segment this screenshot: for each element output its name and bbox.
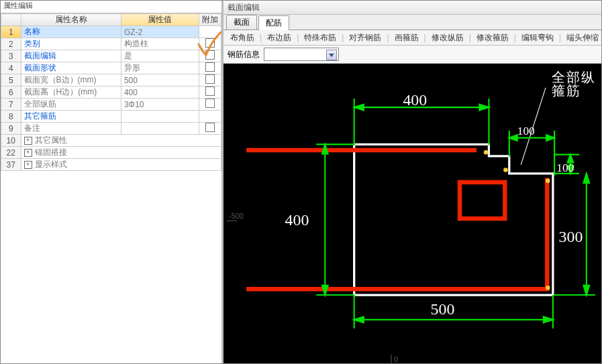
prop-name[interactable]: 名称	[21, 26, 121, 38]
rebar-toolbar: 布角筋| 布边筋| 特殊布筋| 对齐钢筋| 画箍筋| 修改纵筋| 修改箍筋| 编…	[223, 30, 601, 46]
table-group-row[interactable]: 22+锚固搭接	[1, 147, 221, 159]
prop-add[interactable]	[199, 62, 221, 74]
prop-value[interactable]	[121, 123, 199, 135]
prop-name[interactable]: 截面宽（B边）(mm)	[21, 74, 121, 86]
checkbox-icon[interactable]	[205, 86, 215, 96]
prop-value[interactable]: 500	[121, 74, 199, 86]
checkbox-icon[interactable]	[205, 99, 215, 108]
group-name[interactable]: +锚固搭接	[21, 147, 221, 159]
row-index: 1	[1, 26, 21, 38]
svg-rect-0	[227, 64, 598, 363]
prop-name[interactable]: 类别	[21, 38, 121, 50]
table-group-row[interactable]: 10+其它属性	[1, 135, 221, 147]
row-index: 5	[1, 74, 21, 86]
row-index: 4	[1, 62, 21, 74]
section-drawing: -500 0	[223, 64, 601, 363]
col-add[interactable]: 附加	[199, 14, 221, 26]
prop-value[interactable]: 异形	[121, 62, 199, 74]
row-index: 3	[1, 50, 21, 62]
prop-add[interactable]	[199, 123, 221, 135]
rebar-info-bar: 钢筋信息	[223, 46, 601, 64]
svg-text:500: 500	[431, 300, 455, 318]
leader-label: 全部纵 箍筋	[552, 70, 596, 97]
table-row[interactable]: 5截面宽（B边）(mm)500	[1, 74, 221, 86]
prop-add[interactable]	[199, 111, 221, 123]
svg-point-6	[484, 150, 489, 155]
tool-edit-stirrup[interactable]: 修改箍筋	[474, 32, 511, 44]
expand-icon[interactable]: +	[24, 149, 32, 157]
svg-text:100: 100	[556, 162, 574, 174]
prop-value[interactable]: GZ-2	[121, 26, 199, 38]
row-index: 22	[1, 147, 21, 159]
col-value[interactable]: 属性值	[121, 14, 199, 26]
tool-end-extend[interactable]: 端头伸缩	[564, 32, 601, 44]
table-group-row[interactable]: 37+显示样式	[1, 159, 221, 171]
table-row[interactable]: 9备注	[1, 123, 221, 135]
svg-text:300: 300	[559, 228, 583, 245]
prop-name[interactable]: 截面形状	[21, 62, 121, 74]
section-editor-title: 截面编辑	[223, 1, 601, 15]
prop-add[interactable]	[199, 26, 221, 38]
row-index: 2	[1, 38, 21, 50]
prop-add[interactable]	[199, 50, 221, 62]
prop-value[interactable]: 3Φ10	[121, 99, 199, 111]
checkbox-icon[interactable]	[205, 123, 215, 132]
col-name[interactable]: 属性名称	[21, 14, 121, 26]
tool-edge-bar[interactable]: 布边筋	[264, 32, 294, 44]
checkbox-icon[interactable]	[205, 38, 215, 48]
tool-special-bar[interactable]: 特殊布筋	[301, 32, 339, 44]
grid-header-row: 属性名称 属性值 附加	[1, 14, 221, 26]
expand-icon[interactable]: +	[24, 137, 32, 145]
prop-value[interactable]: 是	[121, 50, 199, 62]
rebar-info-combo[interactable]	[264, 48, 339, 61]
tool-corner-bar[interactable]: 布角筋	[228, 32, 257, 44]
prop-name[interactable]: 全部纵筋	[21, 99, 121, 111]
section-tabs: 截面 配筋	[223, 15, 601, 30]
tab-section[interactable]: 截面	[226, 15, 257, 29]
prop-add[interactable]	[199, 99, 221, 111]
row-index: 8	[1, 111, 21, 123]
prop-value[interactable]	[121, 111, 199, 123]
table-row[interactable]: 2类别构造柱	[1, 38, 221, 50]
prop-value[interactable]: 400	[121, 86, 199, 99]
col-index[interactable]	[1, 14, 21, 26]
property-panel: 属性编辑 属性名称 属性值 附加 1名称GZ-22类别构造柱3截面编辑是4截面形…	[1, 1, 223, 363]
rebar-info-label: 钢筋信息	[228, 49, 260, 60]
section-editor-panel: 截面编辑 截面 配筋 布角筋| 布边筋| 特殊布筋| 对齐钢筋| 画箍筋| 修改…	[223, 1, 601, 363]
table-row[interactable]: 7全部纵筋3Φ10	[1, 99, 221, 111]
app-root: 属性编辑 属性名称 属性值 附加 1名称GZ-22类别构造柱3截面编辑是4截面形…	[0, 0, 602, 364]
table-row[interactable]: 4截面形状异形	[1, 62, 221, 74]
svg-text:400: 400	[403, 91, 427, 109]
expand-icon[interactable]: +	[24, 161, 32, 169]
svg-point-8	[546, 178, 550, 183]
table-row[interactable]: 1名称GZ-2	[1, 26, 221, 38]
prop-add[interactable]	[199, 86, 221, 99]
prop-add[interactable]	[199, 38, 221, 50]
tool-align-bar[interactable]: 对齐钢筋	[346, 32, 384, 44]
tool-edit-hook[interactable]: 编辑弯钩	[519, 32, 556, 44]
prop-name[interactable]: 截面编辑	[21, 50, 121, 62]
tool-edit-long[interactable]: 修改纵筋	[429, 32, 466, 44]
prop-name[interactable]: 其它箍筋	[21, 111, 121, 123]
tab-rebar[interactable]: 配筋	[258, 15, 289, 30]
prop-name[interactable]: 截面高（H边）(mm)	[21, 86, 121, 99]
table-row[interactable]: 6截面高（H边）(mm)400	[1, 86, 221, 99]
checkbox-icon[interactable]	[205, 74, 215, 84]
svg-point-9	[546, 286, 550, 290]
row-index: 6	[1, 86, 21, 99]
section-canvas[interactable]: -500 0	[223, 64, 601, 363]
row-index: 10	[1, 135, 21, 147]
group-name[interactable]: +其它属性	[21, 135, 221, 147]
checkbox-icon[interactable]	[205, 62, 215, 72]
svg-text:0: 0	[394, 355, 398, 363]
group-name[interactable]: +显示样式	[21, 159, 221, 171]
prop-name[interactable]: 备注	[21, 123, 121, 135]
row-index: 9	[1, 123, 21, 135]
prop-value[interactable]: 构造柱	[121, 38, 199, 50]
svg-text:-500: -500	[229, 212, 244, 220]
table-row[interactable]: 8其它箍筋	[1, 111, 221, 123]
table-row[interactable]: 3截面编辑是	[1, 50, 221, 62]
checkbox-icon[interactable]	[205, 50, 215, 60]
tool-draw-stirrup[interactable]: 画箍筋	[392, 32, 421, 44]
prop-add[interactable]	[199, 74, 221, 86]
